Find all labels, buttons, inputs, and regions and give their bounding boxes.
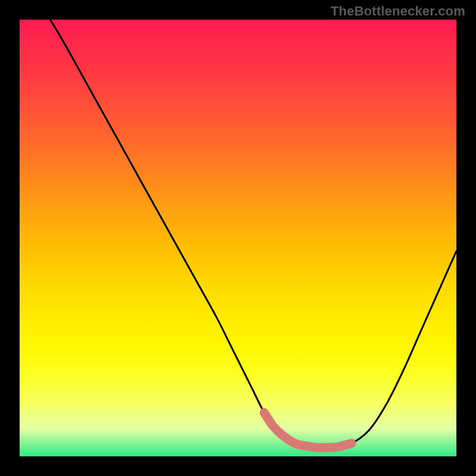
chart-svg [20, 20, 456, 456]
bottleneck-curve-highlight [264, 413, 352, 448]
watermark-text: TheBottlenecker.com [331, 4, 465, 19]
chart-stage: TheBottlenecker.com [0, 0, 476, 476]
bottleneck-curve [50, 20, 456, 448]
